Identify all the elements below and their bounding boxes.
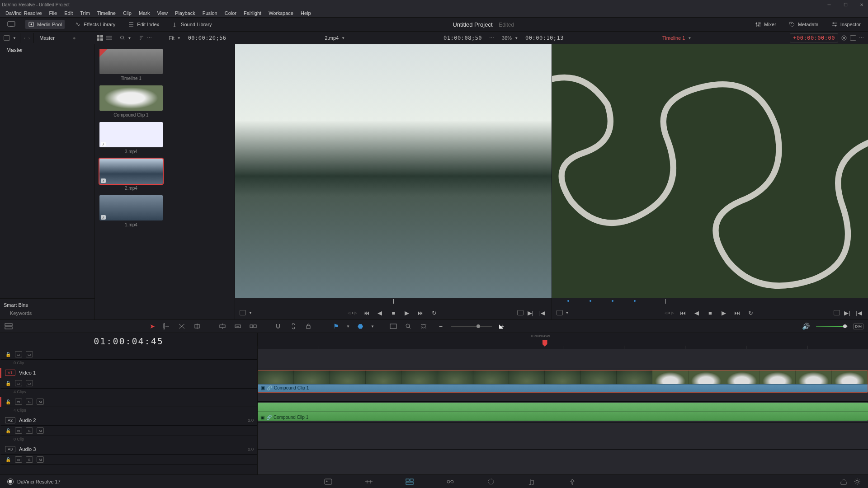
- lock-icon[interactable]: 🔓: [5, 457, 11, 462]
- replace-clip-icon[interactable]: [250, 323, 259, 329]
- dim-button[interactable]: DIM: [853, 324, 863, 329]
- mute-icon[interactable]: M: [37, 427, 44, 434]
- prev-edit-icon[interactable]: |◀: [854, 310, 863, 316]
- mute-icon[interactable]: M: [37, 456, 44, 463]
- solo-icon[interactable]: S: [26, 456, 33, 463]
- menu-fairlight[interactable]: Fairlight: [240, 9, 265, 17]
- track-header-v1[interactable]: V1 Video 1: [0, 368, 257, 378]
- options-dots-icon[interactable]: ⋯: [489, 35, 495, 41]
- in-out-icon[interactable]: [517, 310, 524, 315]
- auto-select-icon[interactable]: ▭: [15, 351, 22, 357]
- chevron-down-icon[interactable]: ▼: [688, 36, 691, 40]
- media-item-3mp4[interactable]: ♪ 3.mp4: [99, 122, 163, 154]
- track-header-a2[interactable]: A2 Audio 2 2.0: [0, 415, 257, 426]
- single-viewer-icon[interactable]: [850, 35, 856, 41]
- reverse-icon[interactable]: ◀: [375, 310, 384, 316]
- offset-timecode[interactable]: +00:00:00:00: [790, 33, 838, 42]
- track-header-a1[interactable]: 🔓 ▭ S M: [0, 397, 257, 407]
- media-item-1mp4[interactable]: ♪ 1.mp4: [99, 195, 163, 227]
- media-pool-button[interactable]: Media Pool: [25, 20, 65, 29]
- solo-icon[interactable]: S: [26, 399, 33, 405]
- chevron-down-icon[interactable]: ▼: [566, 311, 569, 315]
- lock-icon[interactable]: 🔓: [5, 428, 11, 433]
- menu-timeline[interactable]: Timeline: [94, 9, 119, 17]
- effects-library-button[interactable]: Effects Library: [72, 20, 118, 29]
- chevron-down-icon[interactable]: ▼: [371, 324, 374, 328]
- menu-file[interactable]: File: [46, 9, 61, 17]
- fairlight-page-icon[interactable]: [527, 478, 536, 485]
- mixer-button[interactable]: Mixer: [752, 20, 779, 29]
- auto-select-icon[interactable]: ▭: [15, 456, 22, 463]
- list-view-icon[interactable]: [106, 35, 112, 41]
- timeline-view-options-icon[interactable]: [5, 323, 14, 329]
- zoom-full-icon[interactable]: [390, 324, 400, 329]
- media-item-compound[interactable]: Compound Clip 1: [99, 85, 163, 117]
- last-frame-icon[interactable]: ⏭: [733, 310, 742, 316]
- lock-icon[interactable]: 🔓: [5, 399, 11, 404]
- chevron-down-icon[interactable]: ▼: [249, 311, 252, 315]
- lock-icon[interactable]: 🔓: [5, 381, 11, 386]
- flag-icon[interactable]: ⚑: [331, 323, 341, 330]
- record-canvas[interactable]: [552, 44, 868, 298]
- menu-davinci-resolve[interactable]: DaVinci Resolve: [2, 9, 46, 17]
- sound-library-button[interactable]: Sound Library: [169, 20, 215, 29]
- track-header-a3[interactable]: A3 Audio 3 2.0: [0, 444, 257, 455]
- play-icon[interactable]: ▶: [402, 310, 411, 316]
- chevron-down-icon[interactable]: ▼: [341, 36, 345, 40]
- solo-icon[interactable]: S: [26, 427, 33, 434]
- menu-trim[interactable]: Trim: [76, 9, 94, 17]
- menu-mark[interactable]: Mark: [135, 9, 153, 17]
- close-button[interactable]: ✕: [857, 2, 866, 7]
- blade-tool-icon[interactable]: [193, 323, 203, 329]
- source-clip-name[interactable]: 2.mp4: [325, 35, 339, 41]
- metadata-button[interactable]: Metadata: [786, 20, 821, 29]
- menu-fusion[interactable]: Fusion: [199, 9, 221, 17]
- jog-left-icon[interactable]: ◁ ● ▷: [348, 311, 357, 315]
- zoom-fit-dropdown[interactable]: Fit: [169, 35, 174, 41]
- gang-icon[interactable]: [841, 35, 847, 41]
- loop-icon[interactable]: ↻: [429, 310, 439, 316]
- inspector-button[interactable]: Inspector: [829, 20, 863, 29]
- first-frame-icon[interactable]: ⏮: [679, 310, 688, 316]
- video-clip-compound[interactable]: ▣ 🔗 Compound Clip 1: [258, 370, 868, 393]
- track-badge-a2[interactable]: A2: [5, 417, 15, 423]
- track-badge-a3[interactable]: A3: [5, 446, 15, 452]
- zoom-slider[interactable]: [451, 326, 492, 327]
- volume-slider[interactable]: [816, 326, 848, 327]
- record-zoom[interactable]: 36%: [502, 35, 512, 41]
- auto-select-icon[interactable]: ▭: [15, 399, 22, 405]
- track-header-v2[interactable]: 🔓 ▭ ▭: [0, 349, 257, 360]
- options-dots-icon[interactable]: ⋯: [859, 35, 864, 41]
- trim-tool-icon[interactable]: [163, 323, 173, 329]
- in-out-icon[interactable]: [834, 310, 840, 315]
- play-icon[interactable]: ▶: [719, 310, 728, 316]
- media-item-2mp4[interactable]: ♪ 2.mp4: [99, 159, 163, 191]
- timeline-ruler[interactable]: [258, 333, 868, 349]
- source-scrubber[interactable]: [235, 298, 552, 306]
- full-screen-button[interactable]: [5, 20, 18, 29]
- match-frame-icon[interactable]: [557, 310, 563, 315]
- chevron-down-icon[interactable]: ▼: [128, 36, 132, 40]
- last-frame-icon[interactable]: ⏭: [416, 310, 425, 316]
- thumbnail-view-icon[interactable]: [97, 35, 103, 41]
- track-enable-icon[interactable]: ▭: [26, 351, 33, 357]
- sort-icon[interactable]: [139, 35, 144, 41]
- maximize-button[interactable]: ☐: [841, 2, 850, 7]
- marker-icon[interactable]: ⬣: [355, 323, 365, 330]
- loop-icon[interactable]: ↻: [746, 310, 755, 316]
- menu-help[interactable]: Help: [297, 9, 315, 17]
- cut-page-icon[interactable]: [364, 478, 373, 485]
- chevron-down-icon[interactable]: ▼: [177, 36, 181, 40]
- edit-index-button[interactable]: Edit Index: [125, 20, 162, 29]
- menu-view[interactable]: View: [153, 9, 171, 17]
- bin-view-icon[interactable]: [4, 35, 10, 41]
- media-item-timeline1[interactable]: Timeline 1: [99, 49, 163, 81]
- timeline-tracks[interactable]: 01:00:04:45 ▣ 🔗 Compound Clip 1: [258, 333, 868, 474]
- minimize-button[interactable]: ─: [825, 2, 834, 7]
- fusion-page-icon[interactable]: [446, 478, 455, 485]
- snap-icon[interactable]: [275, 323, 285, 329]
- source-canvas[interactable]: [235, 44, 552, 298]
- color-page-icon[interactable]: [486, 478, 495, 485]
- auto-select-icon[interactable]: ▭: [15, 427, 22, 434]
- bin-path[interactable]: Master: [34, 35, 60, 41]
